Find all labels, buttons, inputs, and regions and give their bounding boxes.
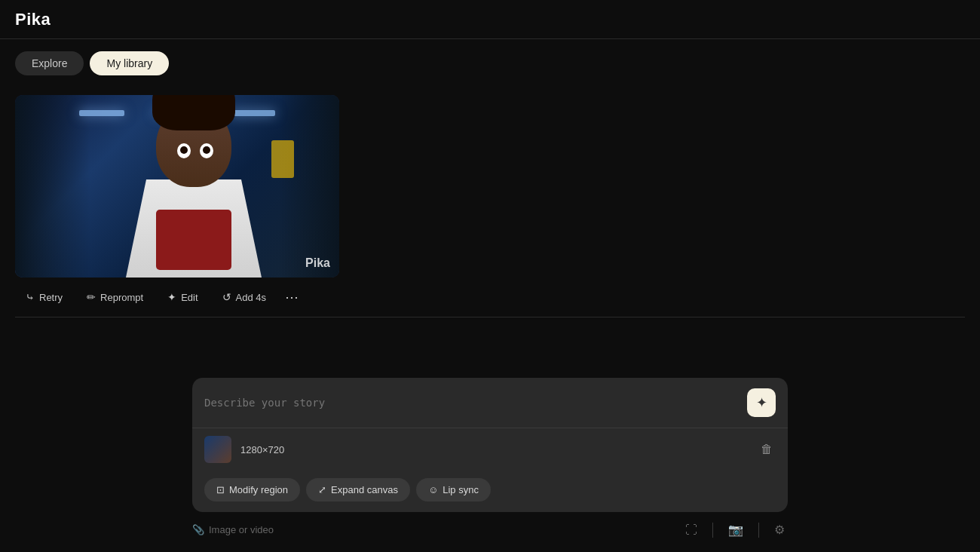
video-preview: Pika	[15, 95, 339, 278]
shirt	[156, 210, 231, 270]
generate-icon: ✦	[756, 394, 767, 411]
image-preview-row: 1280×720 🗑	[192, 428, 788, 471]
modify-region-button[interactable]: ⊡ Modify region	[204, 478, 300, 501]
header: Pika	[0, 0, 980, 39]
more-dots-icon: ⋯	[285, 289, 299, 305]
camera-icon: 📷	[728, 523, 743, 536]
footer-right-buttons: ⛶ 📷 ⚙	[682, 520, 788, 540]
text-input-row: ✦	[192, 378, 788, 428]
lip-sync-icon: ☺	[428, 484, 438, 495]
pupil-right	[203, 146, 210, 154]
camera-button[interactable]: 📷	[725, 520, 746, 540]
more-button[interactable]: ⋯	[280, 285, 304, 309]
paperclip-icon: 📎	[192, 524, 204, 535]
explore-tab[interactable]: Explore	[15, 51, 84, 75]
modify-region-icon: ⊡	[216, 484, 225, 495]
input-container: ✦ 1280×720 🗑 ⊡ Modify region ⤢ Expand ca…	[192, 378, 788, 512]
eye-left	[177, 143, 191, 158]
tools-row: ⊡ Modify region ⤢ Expand canvas ☺ Lip sy…	[192, 471, 788, 512]
fullscreen-icon: ⛶	[685, 523, 697, 536]
delete-image-button[interactable]: 🗑	[758, 440, 776, 459]
footer-divider	[712, 523, 713, 538]
delete-icon: 🗑	[761, 443, 773, 455]
image-dimensions: 1280×720	[240, 444, 749, 455]
generate-button[interactable]: ✦	[747, 388, 776, 417]
app-logo: Pika	[15, 10, 51, 29]
settings-button[interactable]: ⚙	[771, 520, 788, 540]
retry-icon: ⤷	[26, 291, 35, 303]
edit-button[interactable]: ✦ Edit	[157, 286, 208, 308]
lip-sync-button[interactable]: ☺ Lip sync	[416, 478, 491, 501]
attach-button[interactable]: 📎 Image or video	[192, 524, 274, 535]
input-footer: 📎 Image or video ⛶ 📷 ⚙	[192, 512, 788, 540]
watermark: Pika	[305, 256, 330, 270]
add4s-button[interactable]: ↺ Add 4s	[212, 286, 277, 308]
add4s-icon: ↺	[222, 291, 231, 303]
hallway-bg-left	[15, 95, 90, 278]
expand-canvas-icon: ⤢	[318, 484, 326, 495]
retry-button[interactable]: ⤷ Retry	[15, 286, 73, 308]
bottom-panel: ✦ 1280×720 🗑 ⊡ Modify region ⤢ Expand ca…	[0, 366, 980, 552]
fullscreen-button[interactable]: ⛶	[682, 520, 700, 540]
nav-tabs: Explore My library	[0, 39, 980, 87]
video-thumbnail[interactable]: Pika	[15, 95, 339, 278]
reprompt-button[interactable]: ✏ Reprompt	[76, 286, 154, 308]
action-bar: ⤷ Retry ✏ Reprompt ✦ Edit ↺ Add 4s ⋯	[15, 278, 965, 317]
main-content: Pika ⤷ Retry ✏ Reprompt ✦ Edit ↺ Add 4s …	[0, 87, 980, 325]
settings-icon: ⚙	[774, 523, 785, 536]
my-library-tab[interactable]: My library	[90, 51, 169, 75]
story-input[interactable]	[204, 397, 747, 409]
hair	[152, 95, 235, 130]
pupil-left	[180, 146, 188, 154]
eye-right	[200, 143, 213, 158]
hallway-bg-right	[279, 95, 339, 278]
edit-icon: ✦	[167, 291, 176, 303]
image-thumbnail	[204, 436, 231, 463]
reprompt-icon: ✏	[87, 291, 96, 303]
character	[111, 104, 277, 278]
expand-canvas-button[interactable]: ⤢ Expand canvas	[306, 478, 410, 501]
footer-divider-2	[758, 523, 759, 538]
